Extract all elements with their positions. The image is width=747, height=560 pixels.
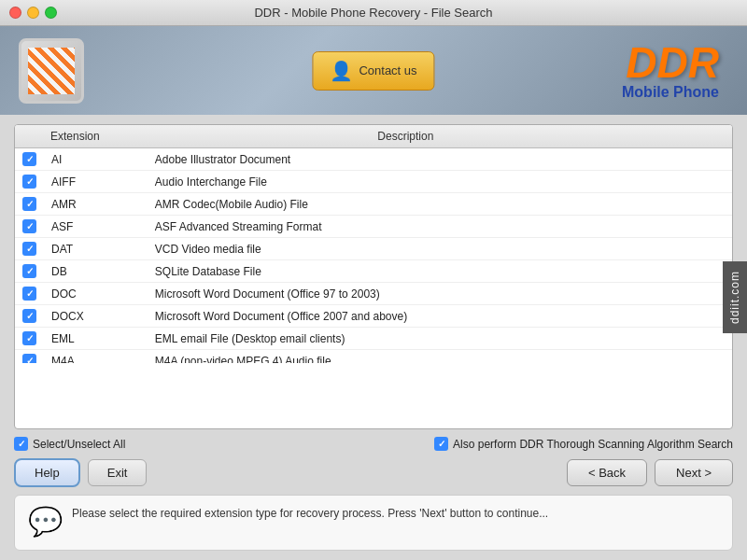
table-row: DOCX Microsoft Word Document (Office 200…	[15, 305, 732, 328]
titlebar: DDR - Mobile Phone Recovery - File Searc…	[0, 0, 747, 26]
window-title: DDR - Mobile Phone Recovery - File Searc…	[254, 6, 492, 20]
row-checkbox-cell[interactable]	[15, 148, 44, 171]
table-row: DB SQLite Database File	[15, 260, 732, 283]
maximize-button[interactable]	[45, 7, 57, 19]
row-extension: DAT	[44, 238, 148, 260]
header: 👤 Contact us DDR Mobile Phone	[0, 26, 747, 115]
minimize-button[interactable]	[27, 7, 39, 19]
col-checkbox	[15, 125, 43, 148]
extension-table: Extension Description	[15, 125, 732, 148]
row-extension: AIFF	[44, 171, 148, 193]
row-checkbox[interactable]	[22, 287, 36, 301]
contact-label: Contact us	[359, 63, 416, 77]
side-tab: ddiit.com	[723, 261, 747, 333]
table-row: M4A M4A (non-video MPEG 4) Audio file	[15, 350, 732, 364]
col-extension-header: Extension	[43, 125, 370, 148]
extension-data-table: AI Adobe Illustrator Document AIFF Audio…	[15, 148, 732, 363]
info-text: Please select the required extension typ…	[72, 505, 548, 522]
row-extension: DOCX	[44, 305, 148, 328]
row-checkbox[interactable]	[22, 242, 36, 256]
row-extension: ASF	[44, 216, 148, 238]
contact-button[interactable]: 👤 Contact us	[312, 51, 434, 91]
logo-pattern	[28, 48, 75, 94]
back-button[interactable]: < Back	[567, 459, 647, 486]
row-checkbox-cell[interactable]	[15, 238, 44, 260]
col-description-header: Description	[370, 125, 732, 148]
row-extension: EML	[44, 328, 148, 350]
row-description: AMR Codec(Mobile Audio) File	[148, 193, 732, 216]
info-box: 💬 Please select the required extension t…	[14, 495, 733, 551]
close-button[interactable]	[9, 7, 21, 19]
row-checkbox-cell[interactable]	[15, 193, 44, 216]
row-description: Microsoft Word Document (Office 97 to 20…	[148, 283, 732, 305]
brand-area: DDR Mobile Phone	[622, 41, 719, 101]
row-extension: M4A	[44, 350, 148, 364]
next-button[interactable]: Next >	[655, 459, 733, 486]
row-extension: DB	[44, 260, 148, 283]
info-icon: 💬	[28, 505, 63, 538]
row-extension: AI	[44, 148, 148, 171]
row-checkbox-cell[interactable]	[15, 305, 44, 328]
row-extension: AMR	[44, 193, 148, 216]
table-row: AI Adobe Illustrator Document	[15, 148, 732, 171]
file-type-table: Extension Description AI Adobe Illustrat…	[14, 124, 733, 429]
row-description: ASF Advanced Streaming Format	[148, 216, 732, 238]
row-description: M4A (non-video MPEG 4) Audio file	[148, 350, 732, 364]
brand-name: DDR	[622, 41, 719, 84]
thorough-scan-checkbox[interactable]	[434, 437, 448, 451]
table-row: DAT VCD Video media file	[15, 238, 732, 260]
exit-button[interactable]: Exit	[88, 459, 148, 486]
row-checkbox[interactable]	[22, 152, 36, 166]
row-checkbox[interactable]	[22, 264, 36, 278]
controls-row: Select/Unselect All Also perform DDR Tho…	[14, 437, 733, 451]
select-all-checkbox[interactable]	[14, 437, 28, 451]
row-checkbox-cell[interactable]	[15, 260, 44, 283]
row-checkbox-cell[interactable]	[15, 283, 44, 305]
select-all-text: Select/Unselect All	[33, 438, 125, 451]
row-description: Audio Interchange File	[148, 171, 732, 193]
table-body: AI Adobe Illustrator Document AIFF Audio…	[15, 148, 732, 363]
table-row: ASF ASF Advanced Streaming Format	[15, 216, 732, 238]
brand-subtitle: Mobile Phone	[622, 84, 719, 101]
window-controls	[9, 7, 57, 19]
row-checkbox[interactable]	[22, 354, 36, 363]
thorough-scan-text: Also perform DDR Thorough Scanning Algor…	[453, 438, 733, 451]
row-checkbox-cell[interactable]	[15, 171, 44, 193]
help-button[interactable]: Help	[14, 458, 80, 487]
buttons-row: Help Exit < Back Next >	[14, 458, 733, 487]
row-extension: DOC	[44, 283, 148, 305]
select-all-label[interactable]: Select/Unselect All	[14, 437, 125, 451]
row-checkbox[interactable]	[22, 219, 36, 233]
row-checkbox-cell[interactable]	[15, 216, 44, 238]
table-scroll-area[interactable]: AI Adobe Illustrator Document AIFF Audio…	[15, 148, 732, 363]
row-description: VCD Video media file	[148, 238, 732, 260]
table-header: Extension Description	[15, 125, 732, 148]
main-content: Extension Description AI Adobe Illustrat…	[0, 115, 747, 560]
table-row: DOC Microsoft Word Document (Office 97 t…	[15, 283, 732, 305]
row-checkbox[interactable]	[22, 309, 36, 323]
contact-icon: 👤	[330, 60, 353, 82]
row-description: EML email File (Desktop email clients)	[148, 328, 732, 350]
table-row: AMR AMR Codec(Mobile Audio) File	[15, 193, 732, 216]
row-checkbox-cell[interactable]	[15, 328, 44, 350]
row-description: Adobe Illustrator Document	[148, 148, 732, 171]
row-checkbox[interactable]	[22, 331, 36, 345]
row-checkbox[interactable]	[22, 197, 36, 211]
thorough-scan-label[interactable]: Also perform DDR Thorough Scanning Algor…	[434, 437, 733, 451]
app-logo	[19, 38, 84, 104]
row-checkbox[interactable]	[22, 175, 36, 189]
table-row: EML EML email File (Desktop email client…	[15, 328, 732, 350]
row-checkbox-cell[interactable]	[15, 350, 44, 364]
table-row: AIFF Audio Interchange File	[15, 171, 732, 193]
row-description: Microsoft Word Document (Office 2007 and…	[148, 305, 732, 328]
row-description: SQLite Database File	[148, 260, 732, 283]
